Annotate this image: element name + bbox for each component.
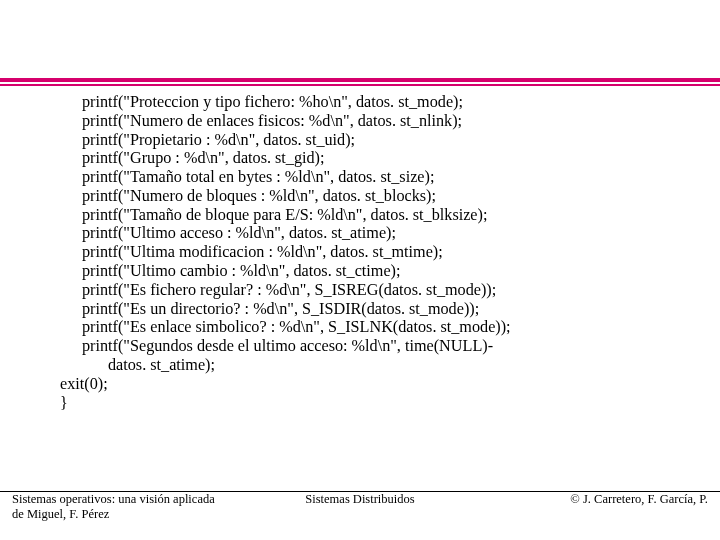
code-line: printf("Ultimo acceso : %ld\n", datos. s… — [60, 224, 680, 243]
code-line: printf("Tamaño total en bytes : %ld\n", … — [60, 168, 680, 187]
code-block: printf("Proteccion y tipo fichero: %ho\n… — [60, 93, 680, 412]
code-line: printf("Grupo : %d\n", datos. st_gid); — [60, 149, 680, 168]
code-line: datos. st_atime); — [60, 356, 680, 375]
divider-thin — [0, 84, 720, 86]
divider-thick — [0, 78, 720, 82]
code-line: printf("Tamaño de bloque para E/S: %ld\n… — [60, 206, 680, 225]
code-line: printf("Propietario : %d\n", datos. st_u… — [60, 131, 680, 150]
footer-left-line2: de Miguel, F. Pérez — [12, 507, 109, 521]
code-line: printf("Proteccion y tipo fichero: %ho\n… — [60, 93, 680, 112]
code-line: printf("Ultimo cambio : %ld\n", datos. s… — [60, 262, 680, 281]
code-line: printf("Es un directorio? : %d\n", S_ISD… — [60, 300, 680, 319]
code-line: printf("Es fichero regular? : %d\n", S_I… — [60, 281, 680, 300]
title-divider — [0, 78, 720, 84]
footer-right: © J. Carretero, F. García, P. — [570, 492, 708, 507]
code-line: exit(0); — [60, 375, 680, 394]
code-line: printf("Segundos desde el ultimo acceso:… — [60, 337, 680, 356]
code-line: printf("Ultima modificacion : %ld\n", da… — [60, 243, 680, 262]
footer: Sistemas operativos: una visión aplicada… — [0, 492, 720, 526]
code-line: printf("Numero de enlaces fisicos: %d\n"… — [60, 112, 680, 131]
slide: printf("Proteccion y tipo fichero: %ho\n… — [0, 0, 720, 540]
code-line: printf("Es enlace simbolico? : %d\n", S_… — [60, 318, 680, 337]
code-line: } — [60, 394, 680, 413]
code-line: printf("Numero de bloques : %ld\n", dato… — [60, 187, 680, 206]
